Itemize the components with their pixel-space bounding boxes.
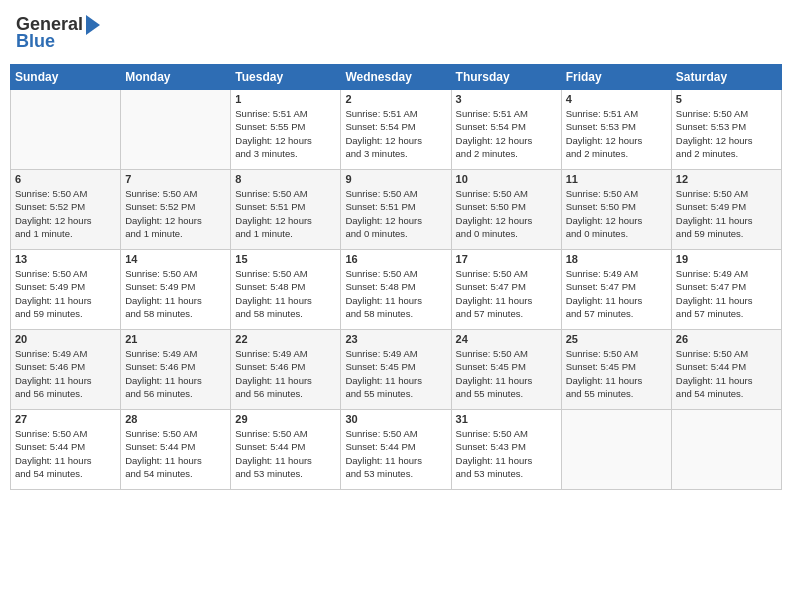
day-info: Sunrise: 5:50 AM Sunset: 5:45 PM Dayligh… — [566, 347, 667, 400]
day-number: 12 — [676, 173, 777, 185]
day-number: 19 — [676, 253, 777, 265]
day-number: 17 — [456, 253, 557, 265]
calendar-cell: 13Sunrise: 5:50 AM Sunset: 5:49 PM Dayli… — [11, 250, 121, 330]
calendar-week-row: 13Sunrise: 5:50 AM Sunset: 5:49 PM Dayli… — [11, 250, 782, 330]
calendar-cell: 6Sunrise: 5:50 AM Sunset: 5:52 PM Daylig… — [11, 170, 121, 250]
day-info: Sunrise: 5:50 AM Sunset: 5:44 PM Dayligh… — [235, 427, 336, 480]
calendar-cell — [121, 90, 231, 170]
day-info: Sunrise: 5:49 AM Sunset: 5:46 PM Dayligh… — [235, 347, 336, 400]
day-info: Sunrise: 5:50 AM Sunset: 5:51 PM Dayligh… — [235, 187, 336, 240]
day-number: 21 — [125, 333, 226, 345]
day-number: 23 — [345, 333, 446, 345]
calendar-cell: 5Sunrise: 5:50 AM Sunset: 5:53 PM Daylig… — [671, 90, 781, 170]
day-info: Sunrise: 5:51 AM Sunset: 5:53 PM Dayligh… — [566, 107, 667, 160]
day-number: 16 — [345, 253, 446, 265]
day-info: Sunrise: 5:50 AM Sunset: 5:52 PM Dayligh… — [15, 187, 116, 240]
day-info: Sunrise: 5:50 AM Sunset: 5:49 PM Dayligh… — [676, 187, 777, 240]
calendar-cell: 2Sunrise: 5:51 AM Sunset: 5:54 PM Daylig… — [341, 90, 451, 170]
day-info: Sunrise: 5:50 AM Sunset: 5:50 PM Dayligh… — [566, 187, 667, 240]
day-number: 27 — [15, 413, 116, 425]
logo-arrow-icon — [86, 15, 100, 35]
calendar-cell: 19Sunrise: 5:49 AM Sunset: 5:47 PM Dayli… — [671, 250, 781, 330]
day-header: Saturday — [671, 65, 781, 90]
calendar-cell: 16Sunrise: 5:50 AM Sunset: 5:48 PM Dayli… — [341, 250, 451, 330]
day-number: 5 — [676, 93, 777, 105]
calendar-week-row: 6Sunrise: 5:50 AM Sunset: 5:52 PM Daylig… — [11, 170, 782, 250]
day-number: 10 — [456, 173, 557, 185]
day-number: 18 — [566, 253, 667, 265]
calendar-cell: 26Sunrise: 5:50 AM Sunset: 5:44 PM Dayli… — [671, 330, 781, 410]
day-info: Sunrise: 5:50 AM Sunset: 5:52 PM Dayligh… — [125, 187, 226, 240]
day-number: 28 — [125, 413, 226, 425]
day-number: 13 — [15, 253, 116, 265]
day-info: Sunrise: 5:50 AM Sunset: 5:44 PM Dayligh… — [15, 427, 116, 480]
day-info: Sunrise: 5:50 AM Sunset: 5:44 PM Dayligh… — [125, 427, 226, 480]
calendar-header-row: SundayMondayTuesdayWednesdayThursdayFrid… — [11, 65, 782, 90]
day-number: 3 — [456, 93, 557, 105]
calendar-week-row: 20Sunrise: 5:49 AM Sunset: 5:46 PM Dayli… — [11, 330, 782, 410]
calendar-cell: 24Sunrise: 5:50 AM Sunset: 5:45 PM Dayli… — [451, 330, 561, 410]
day-info: Sunrise: 5:50 AM Sunset: 5:48 PM Dayligh… — [235, 267, 336, 320]
day-number: 26 — [676, 333, 777, 345]
calendar-week-row: 27Sunrise: 5:50 AM Sunset: 5:44 PM Dayli… — [11, 410, 782, 490]
day-number: 20 — [15, 333, 116, 345]
calendar-cell: 9Sunrise: 5:50 AM Sunset: 5:51 PM Daylig… — [341, 170, 451, 250]
day-info: Sunrise: 5:50 AM Sunset: 5:43 PM Dayligh… — [456, 427, 557, 480]
day-number: 24 — [456, 333, 557, 345]
day-number: 22 — [235, 333, 336, 345]
day-number: 9 — [345, 173, 446, 185]
calendar-cell: 21Sunrise: 5:49 AM Sunset: 5:46 PM Dayli… — [121, 330, 231, 410]
calendar-cell — [11, 90, 121, 170]
day-info: Sunrise: 5:50 AM Sunset: 5:48 PM Dayligh… — [345, 267, 446, 320]
calendar-cell: 25Sunrise: 5:50 AM Sunset: 5:45 PM Dayli… — [561, 330, 671, 410]
calendar-table: SundayMondayTuesdayWednesdayThursdayFrid… — [10, 64, 782, 490]
day-info: Sunrise: 5:49 AM Sunset: 5:45 PM Dayligh… — [345, 347, 446, 400]
calendar-cell: 10Sunrise: 5:50 AM Sunset: 5:50 PM Dayli… — [451, 170, 561, 250]
day-number: 14 — [125, 253, 226, 265]
calendar-cell: 1Sunrise: 5:51 AM Sunset: 5:55 PM Daylig… — [231, 90, 341, 170]
calendar-cell: 7Sunrise: 5:50 AM Sunset: 5:52 PM Daylig… — [121, 170, 231, 250]
day-info: Sunrise: 5:51 AM Sunset: 5:54 PM Dayligh… — [456, 107, 557, 160]
calendar-cell: 31Sunrise: 5:50 AM Sunset: 5:43 PM Dayli… — [451, 410, 561, 490]
day-info: Sunrise: 5:49 AM Sunset: 5:47 PM Dayligh… — [676, 267, 777, 320]
calendar-cell: 17Sunrise: 5:50 AM Sunset: 5:47 PM Dayli… — [451, 250, 561, 330]
day-header: Tuesday — [231, 65, 341, 90]
page-header: General Blue — [10, 10, 782, 56]
day-header: Wednesday — [341, 65, 451, 90]
calendar-week-row: 1Sunrise: 5:51 AM Sunset: 5:55 PM Daylig… — [11, 90, 782, 170]
calendar-cell: 4Sunrise: 5:51 AM Sunset: 5:53 PM Daylig… — [561, 90, 671, 170]
calendar-cell: 14Sunrise: 5:50 AM Sunset: 5:49 PM Dayli… — [121, 250, 231, 330]
day-info: Sunrise: 5:50 AM Sunset: 5:49 PM Dayligh… — [125, 267, 226, 320]
day-header: Thursday — [451, 65, 561, 90]
day-info: Sunrise: 5:49 AM Sunset: 5:47 PM Dayligh… — [566, 267, 667, 320]
day-number: 11 — [566, 173, 667, 185]
calendar-cell: 29Sunrise: 5:50 AM Sunset: 5:44 PM Dayli… — [231, 410, 341, 490]
calendar-cell: 12Sunrise: 5:50 AM Sunset: 5:49 PM Dayli… — [671, 170, 781, 250]
day-info: Sunrise: 5:50 AM Sunset: 5:44 PM Dayligh… — [345, 427, 446, 480]
day-number: 1 — [235, 93, 336, 105]
day-number: 8 — [235, 173, 336, 185]
day-info: Sunrise: 5:51 AM Sunset: 5:55 PM Dayligh… — [235, 107, 336, 160]
day-number: 30 — [345, 413, 446, 425]
day-header: Monday — [121, 65, 231, 90]
day-info: Sunrise: 5:50 AM Sunset: 5:49 PM Dayligh… — [15, 267, 116, 320]
calendar-cell — [671, 410, 781, 490]
calendar-cell: 30Sunrise: 5:50 AM Sunset: 5:44 PM Dayli… — [341, 410, 451, 490]
day-number: 7 — [125, 173, 226, 185]
day-info: Sunrise: 5:50 AM Sunset: 5:53 PM Dayligh… — [676, 107, 777, 160]
day-number: 29 — [235, 413, 336, 425]
calendar-cell: 20Sunrise: 5:49 AM Sunset: 5:46 PM Dayli… — [11, 330, 121, 410]
calendar-cell: 18Sunrise: 5:49 AM Sunset: 5:47 PM Dayli… — [561, 250, 671, 330]
calendar-cell: 27Sunrise: 5:50 AM Sunset: 5:44 PM Dayli… — [11, 410, 121, 490]
day-number: 6 — [15, 173, 116, 185]
day-info: Sunrise: 5:50 AM Sunset: 5:45 PM Dayligh… — [456, 347, 557, 400]
day-info: Sunrise: 5:50 AM Sunset: 5:44 PM Dayligh… — [676, 347, 777, 400]
logo: General Blue — [16, 14, 100, 52]
calendar-cell: 3Sunrise: 5:51 AM Sunset: 5:54 PM Daylig… — [451, 90, 561, 170]
day-info: Sunrise: 5:50 AM Sunset: 5:51 PM Dayligh… — [345, 187, 446, 240]
day-info: Sunrise: 5:50 AM Sunset: 5:47 PM Dayligh… — [456, 267, 557, 320]
day-number: 2 — [345, 93, 446, 105]
calendar-cell: 22Sunrise: 5:49 AM Sunset: 5:46 PM Dayli… — [231, 330, 341, 410]
calendar-cell: 8Sunrise: 5:50 AM Sunset: 5:51 PM Daylig… — [231, 170, 341, 250]
logo-blue-text: Blue — [16, 31, 55, 52]
